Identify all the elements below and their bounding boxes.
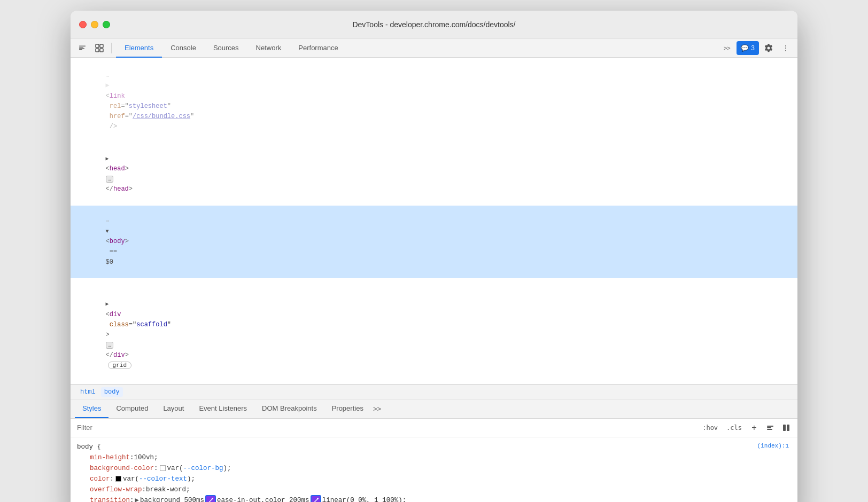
css-property-transition: transition : ▶ background 500ms ease-in-… (77, 495, 791, 502)
css-prop-overflow-wrap: overflow-wrap (90, 484, 142, 495)
tab-computed[interactable]: Computed (108, 399, 156, 418)
css-property-color: color : var(--color-text); (77, 474, 791, 484)
filter-actions: :hov .cls + (699, 421, 793, 435)
bg-color-swatch[interactable] (160, 465, 166, 471)
close-button[interactable] (79, 21, 87, 28)
css-val-min-height: 100vh; (134, 452, 158, 463)
svg-rect-6 (100, 44, 103, 48)
css-prop-min-height: min-height (90, 452, 130, 463)
css-property-bg-color: background-color : var(--color-bg); (77, 463, 791, 474)
devtools-panel: Elements Console Sources Network Perform… (71, 38, 797, 502)
svg-rect-7 (96, 49, 99, 52)
maximize-button[interactable] (103, 21, 110, 28)
customize-button[interactable]: ⋮ (778, 41, 793, 56)
toggle-element-state-button[interactable] (763, 421, 777, 435)
titlebar: DevTools - developer.chrome.com/docs/dev… (71, 11, 797, 38)
traffic-lights (79, 21, 110, 28)
tab-dom-breakpoints[interactable]: DOM Breakpoints (254, 399, 324, 418)
css-selector: body { (77, 442, 101, 452)
tab-sources[interactable]: Sources (205, 38, 247, 58)
devtools-toolbar: Elements Console Sources Network Perform… (71, 38, 797, 58)
grid-badge[interactable]: grid (108, 362, 131, 369)
css-val-overflow-wrap: break-word; (146, 484, 190, 495)
css-selector-line: body { (77, 442, 791, 452)
breadcrumb-bar: html body (71, 385, 797, 399)
dom-line-div: ▶ <div class="scaffold" > … </div> grid (71, 278, 797, 382)
svg-rect-12 (783, 425, 786, 431)
tab-event-listeners[interactable]: Event Listeners (191, 399, 254, 418)
tab-console[interactable]: Console (162, 38, 205, 58)
devtools-window: DevTools - developer.chrome.com/docs/dev… (71, 11, 797, 502)
css-property-overflow-wrap: overflow-wrap : break-word; (77, 484, 791, 495)
css-prop-bg-color: background-color (90, 463, 154, 474)
css-val-bg-color: var( (167, 463, 183, 474)
tab-properties[interactable]: Properties (324, 399, 371, 418)
bg-color-var-link[interactable]: --color-bg (183, 463, 223, 474)
select-element-button[interactable] (75, 41, 90, 56)
tab-network[interactable]: Network (247, 38, 290, 58)
svg-rect-9 (767, 426, 773, 427)
tab-elements[interactable]: Elements (116, 38, 162, 58)
minimize-button[interactable] (91, 21, 98, 28)
hov-button[interactable]: :hov (699, 423, 721, 433)
transition-expand-arrow[interactable]: ▶ (135, 495, 140, 502)
filter-input[interactable] (75, 421, 695, 434)
css-prop-color: color (90, 474, 110, 484)
window-title: DevTools - developer.chrome.com/docs/dev… (352, 20, 515, 29)
css-prop-transition: transition (90, 495, 130, 502)
svg-point-14 (212, 498, 213, 499)
css-property-min-height: min-height : 100vh; (77, 452, 791, 463)
svg-rect-11 (767, 429, 772, 430)
filter-bar: :hov .cls + (71, 419, 797, 437)
notifications-button[interactable]: 💬 3 (737, 41, 759, 55)
svg-rect-3 (79, 48, 84, 49)
svg-rect-8 (100, 49, 103, 52)
cls-button[interactable]: .cls (723, 423, 745, 433)
svg-rect-0 (79, 45, 86, 45)
styles-subtabs: Styles Computed Layout Event Listeners D… (71, 399, 797, 419)
devtools-tabs: Elements Console Sources Network Perform… (116, 38, 717, 58)
dom-line-head: ▶ <head> … </head> (71, 143, 797, 206)
svg-rect-1 (79, 46, 86, 46)
settings-button[interactable] (761, 41, 776, 56)
more-tabs-button[interactable]: >> (719, 41, 734, 56)
tab-performance[interactable]: Performance (290, 38, 346, 58)
styles-more-button[interactable]: >> (373, 405, 381, 413)
color-picker-2[interactable] (311, 495, 321, 502)
dom-line-faded: … ▶ <link rel="stylesheet" href="/css/bu… (71, 60, 797, 143)
color-var-link[interactable]: --color-text (139, 474, 187, 484)
breadcrumb-html[interactable]: html (77, 387, 99, 397)
tab-styles[interactable]: Styles (75, 399, 108, 418)
breadcrumb-body[interactable]: body (101, 387, 123, 397)
add-style-rule-button[interactable]: + (747, 421, 761, 435)
text-color-swatch[interactable] (115, 476, 121, 482)
badge-count: 3 (751, 44, 755, 52)
inspect-button[interactable] (92, 41, 107, 56)
svg-rect-5 (96, 44, 99, 48)
svg-rect-2 (79, 47, 83, 48)
toolbar-separator (111, 43, 112, 53)
dom-panel: … ▶ <link rel="stylesheet" href="/css/bu… (71, 58, 797, 385)
tab-layout[interactable]: Layout (156, 399, 191, 418)
toolbar-right: >> 💬 3 ⋮ (719, 41, 793, 56)
svg-rect-10 (767, 427, 771, 428)
svg-rect-4 (79, 49, 82, 50)
computed-style-sidebar-button[interactable] (779, 421, 793, 435)
color-picker-1[interactable] (205, 495, 216, 502)
badge-icon: 💬 (741, 44, 749, 52)
dom-line-body: ⋯ ▼ <body> == $0 (71, 206, 797, 278)
css-panel: (index):1 body { min-height : 100vh; bac… (71, 437, 797, 502)
svg-point-15 (317, 498, 319, 499)
svg-rect-13 (787, 425, 789, 431)
